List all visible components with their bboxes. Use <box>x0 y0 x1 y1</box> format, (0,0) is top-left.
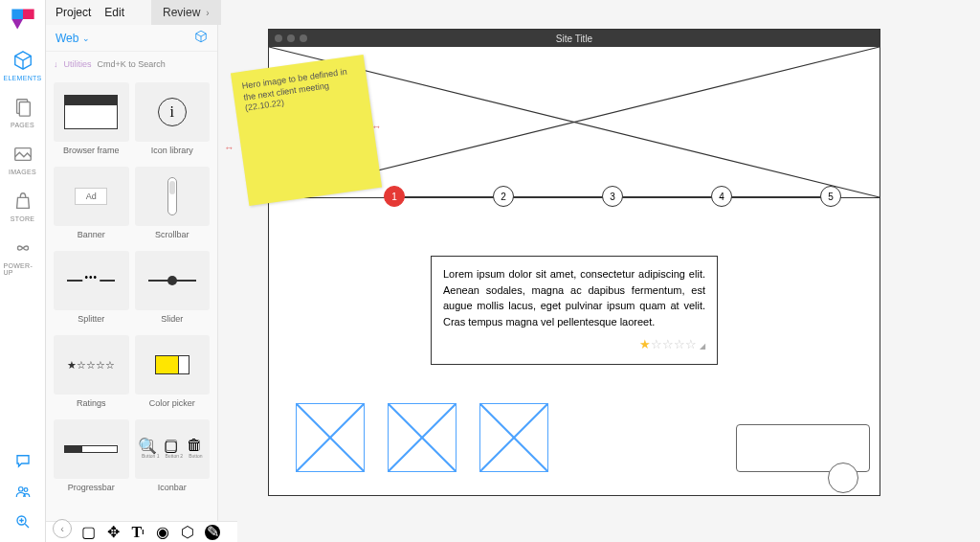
rating-widget[interactable]: ★☆☆☆☆◢ <box>443 335 705 354</box>
panel-search[interactable]: ↓ Utilities Cmd+K to Search <box>46 52 217 77</box>
rect-tool-icon[interactable]: ▢ <box>80 525 96 540</box>
step-2[interactable]: 2 <box>493 186 514 207</box>
traffic-light-icon <box>300 34 307 42</box>
snap-arrow-icon: ↔ <box>224 142 234 153</box>
pages-icon <box>12 97 33 118</box>
step-4[interactable]: 4 <box>711 186 732 207</box>
sticky-note[interactable]: Hero image to be defined in the next cli… <box>231 55 382 206</box>
sidebar-store[interactable]: STORE <box>4 191 42 222</box>
element-color-picker[interactable] <box>135 335 211 395</box>
sidebar-images[interactable]: IMAGES <box>4 144 42 175</box>
chat-icon[interactable] <box>14 452 32 469</box>
element-banner[interactable]: Ad <box>54 167 129 226</box>
chevron-left-icon: ‹ <box>60 523 64 534</box>
brush-tool-icon[interactable]: ✎ <box>205 525 220 540</box>
zoom-icon[interactable] <box>14 513 32 531</box>
element-scrollbar[interactable] <box>135 167 211 226</box>
svg-rect-1 <box>19 102 30 117</box>
panel-header: Web⌄ <box>46 25 217 52</box>
image-placeholder[interactable] <box>479 403 548 472</box>
text-tool-icon[interactable]: TI <box>130 525 145 540</box>
chevron-right-icon: › <box>206 8 209 18</box>
step-1[interactable]: 1 <box>384 186 405 207</box>
element-splitter[interactable] <box>54 251 129 310</box>
star-icon: ☆ <box>685 337 697 351</box>
star-icon: ☆ <box>674 337 685 351</box>
view-mode-icon[interactable] <box>194 30 208 47</box>
app-logo <box>10 6 36 33</box>
sidebar-pages[interactable]: PAGES <box>4 97 42 128</box>
bag-icon <box>12 191 33 212</box>
infinity-icon <box>12 237 33 259</box>
sidebar-elements[interactable]: ELEMENTS <box>4 50 42 81</box>
move-tool-icon[interactable]: ✥ <box>105 525 121 540</box>
cube-icon <box>12 50 33 71</box>
bottom-toolbar: ☺ ▢ ✥ TI ◉ ⬡ ✎ <box>46 521 237 542</box>
search-placeholder: Cmd+K to Search <box>98 59 166 69</box>
star-icon: ★ <box>639 337 651 351</box>
step-5[interactable]: 5 <box>820 186 841 207</box>
menu-edit[interactable]: Edit <box>104 6 124 19</box>
category-selector[interactable]: Web⌄ <box>56 32 90 45</box>
back-button[interactable]: ‹ <box>53 519 72 538</box>
element-progressbar[interactable] <box>54 419 129 479</box>
svg-point-4 <box>24 488 28 492</box>
body-textblock[interactable]: Lorem ipsum dolor sit amet, consectetur … <box>431 256 718 365</box>
star-icon: ☆ <box>662 337 674 351</box>
sidebar-label: IMAGES <box>9 169 36 175</box>
image-placeholder[interactable] <box>296 403 365 472</box>
speech-bubble[interactable] <box>736 424 870 472</box>
team-icon[interactable] <box>14 483 32 500</box>
chevron-down-icon: ⌄ <box>82 34 90 43</box>
window-titlebar[interactable]: Site Title <box>269 30 880 47</box>
element-slider[interactable] <box>135 251 211 310</box>
element-icon-library[interactable]: i <box>135 82 211 142</box>
star-icon: ☆ <box>651 337 662 351</box>
menu-project[interactable]: Project <box>56 6 91 19</box>
element-ratings[interactable]: ★☆☆☆☆ <box>54 335 129 395</box>
sidebar-label: STORE <box>11 215 35 222</box>
svg-point-3 <box>18 487 23 492</box>
traffic-light-icon <box>275 34 282 42</box>
target-tool-icon[interactable]: ◉ <box>155 525 170 540</box>
element-iconbar[interactable]: 🔍Button 1 ▢Button 2 🗑Button <box>135 419 211 479</box>
element-browser-frame[interactable] <box>54 82 129 142</box>
step-3[interactable]: 3 <box>602 186 623 207</box>
images-icon <box>12 144 33 165</box>
sidebar-label: PAGES <box>11 122 34 128</box>
icon-sidebar: ELEMENTS PAGES IMAGES STORE POWER-UP <box>0 0 46 542</box>
image-placeholder[interactable] <box>388 403 457 472</box>
menu-review[interactable]: Review › <box>151 0 221 25</box>
utilities-label: Utilities <box>64 59 92 69</box>
traffic-light-icon <box>287 34 295 42</box>
sidebar-label: POWER-UP <box>4 262 42 276</box>
window-title: Site Title <box>556 34 592 44</box>
elements-panel: Web⌄ ↓ Utilities Cmd+K to Search Browser… <box>46 25 218 521</box>
sort-icon: ↓ <box>54 59 58 69</box>
sidebar-powerup[interactable]: POWER-UP <box>4 237 42 276</box>
sidebar-label: ELEMENTS <box>3 75 41 81</box>
resize-handle-icon: ◢ <box>700 342 705 350</box>
component-tool-icon[interactable]: ⬡ <box>180 525 195 540</box>
